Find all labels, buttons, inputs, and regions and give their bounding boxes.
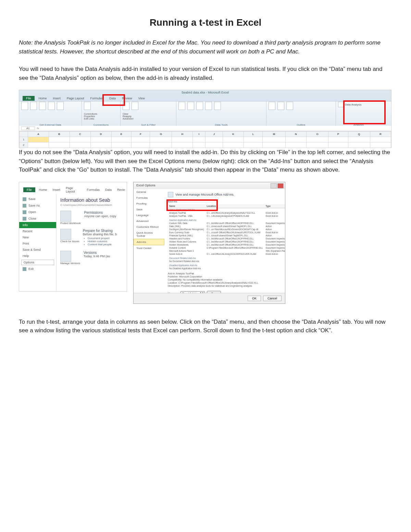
tab-pagelayout[interactable]: Page Layout bbox=[65, 96, 86, 101]
disabled-addins-header: Disabled Application Add-ins bbox=[168, 263, 285, 267]
ok-button[interactable]: OK bbox=[248, 296, 261, 301]
options-category[interactable]: Formulas bbox=[134, 195, 164, 201]
properties-label[interactable]: Properties bbox=[84, 115, 118, 117]
bs-savesend[interactable]: Save & Send bbox=[19, 247, 56, 253]
manage-versions-button[interactable]: Manage Versions bbox=[60, 262, 80, 265]
bs-open[interactable]: Open bbox=[19, 209, 56, 215]
whatif-icon[interactable] bbox=[214, 102, 221, 110]
from-other-icon[interactable] bbox=[48, 102, 55, 110]
options-category[interactable]: Proofing bbox=[134, 201, 164, 207]
remove-duplicates-icon[interactable] bbox=[187, 102, 194, 110]
window-close-icon[interactable] bbox=[277, 183, 284, 188]
options-category[interactable]: Language bbox=[134, 212, 164, 218]
addin-row[interactable]: Hidden WorksheetsC:\...les\Microsoft Off… bbox=[168, 243, 285, 246]
options-category[interactable]: Advanced bbox=[134, 218, 164, 224]
options-category[interactable]: Quick Access Toolbar bbox=[134, 230, 164, 239]
bs-help[interactable]: Help bbox=[19, 253, 56, 259]
bs-close[interactable]: Close bbox=[19, 215, 56, 222]
data-validation-icon[interactable] bbox=[196, 102, 203, 110]
bs-new[interactable]: New bbox=[19, 234, 56, 240]
window-help-icon[interactable] bbox=[271, 183, 277, 188]
prepare-list: Document propertHidden columnsContent th… bbox=[83, 237, 117, 246]
doc-addins-header: Document Related Add-ins bbox=[168, 256, 285, 260]
addin-row[interactable]: Date (XML)C:\...s\microsoft shared\Smart… bbox=[168, 225, 285, 228]
highlight-analysis-toolpak bbox=[166, 199, 218, 211]
intro-note: Note: the Analysis TookPak is no longer … bbox=[19, 38, 392, 56]
from-text-icon[interactable] bbox=[39, 102, 46, 110]
manage-versions-icon[interactable] bbox=[60, 251, 71, 262]
cancel-button[interactable]: Cancel bbox=[263, 296, 282, 301]
addin-row[interactable]: Analysis ToolPak - VBAC:\...14\Library\A… bbox=[168, 214, 285, 218]
options-category[interactable]: General bbox=[134, 189, 164, 195]
close-icon bbox=[23, 217, 26, 221]
bs-tab-formulas[interactable]: Formulas bbox=[85, 187, 101, 192]
clear-label[interactable]: Clear bbox=[123, 113, 174, 115]
options-category[interactable]: Trust Center bbox=[134, 245, 164, 251]
edit-links-label[interactable]: Edit Links bbox=[84, 117, 118, 120]
options-category[interactable]: Save bbox=[134, 207, 164, 212]
addin-row[interactable]: Invisible ContentC:\Program Files\Micros… bbox=[168, 246, 285, 249]
filter-icon[interactable] bbox=[132, 102, 138, 110]
addin-row[interactable]: DocMgmt (WorfServer Recognizer)C:\...on … bbox=[168, 228, 285, 231]
subtotal-icon[interactable] bbox=[286, 102, 293, 110]
reapply-label[interactable]: Reapply bbox=[123, 115, 174, 117]
addin-row[interactable]: Microsoft Actions Pane 3XML Expansion Pa… bbox=[168, 249, 285, 252]
permissions-title: Permissions bbox=[84, 211, 116, 214]
window-title: Seabird data.xlsx - Microsoft Excel bbox=[182, 91, 229, 94]
bs-tab-home[interactable]: Home bbox=[37, 187, 49, 192]
addin-row[interactable]: Analysis ToolPakC:\...ce\Office14\Librar… bbox=[168, 211, 285, 214]
addin-row[interactable]: Euro Currency ToolsC:\...crosoft Office\… bbox=[168, 231, 285, 234]
permissions-text: Anyone can open, copy bbox=[84, 214, 116, 218]
refresh-all-icon[interactable] bbox=[84, 102, 91, 110]
figure-file-backstage: File Home Insert Page Layout Formulas Da… bbox=[19, 182, 127, 292]
bs-info[interactable]: Info bbox=[19, 222, 56, 228]
bs-tab-data[interactable]: Data bbox=[103, 187, 113, 192]
protect-workbook-button[interactable]: Protect Workbook bbox=[60, 222, 80, 225]
addins-header: View and manage Microsoft Office Add-ins… bbox=[175, 193, 234, 196]
addin-row[interactable]: Hidden Rows and ColumnsC:\...les\Microso… bbox=[168, 240, 285, 243]
bs-recent[interactable]: Recent bbox=[19, 228, 56, 234]
addin-row[interactable]: Solver Add-inC:\...ice\Office14\Library\… bbox=[168, 252, 285, 256]
versions-text: Today, 9:46 PM (au bbox=[84, 255, 110, 258]
group-icon[interactable] bbox=[269, 102, 275, 110]
col-type: Type bbox=[264, 204, 285, 208]
bs-save[interactable]: Save bbox=[19, 196, 56, 202]
advanced-label[interactable]: Advanced bbox=[123, 117, 174, 120]
protect-workbook-icon[interactable] bbox=[60, 211, 71, 222]
worksheet-grid[interactable]: A1 fx ABCDEFGHIJKLMNOPQR 1234 bbox=[19, 126, 391, 148]
bs-exit[interactable]: Exit bbox=[19, 266, 56, 272]
bs-tab-review[interactable]: Revie bbox=[115, 187, 127, 192]
consolidate-icon[interactable] bbox=[205, 102, 212, 110]
tab-insert[interactable]: Insert bbox=[51, 96, 63, 101]
highlight-data-tab bbox=[102, 94, 125, 106]
connections-label[interactable]: Connections bbox=[84, 113, 118, 115]
tab-home[interactable]: Home bbox=[37, 96, 49, 101]
from-access-icon[interactable] bbox=[21, 102, 28, 110]
check-issues-icon[interactable] bbox=[60, 229, 71, 240]
data-analysis-icon[interactable] bbox=[338, 102, 344, 107]
bs-saveas[interactable]: Save As bbox=[19, 202, 56, 209]
addin-row[interactable]: Headers and FootersC:\...les\Microsoft O… bbox=[168, 237, 285, 240]
text-to-columns-icon[interactable] bbox=[178, 102, 185, 110]
options-category[interactable]: Customize Ribbon bbox=[134, 224, 164, 230]
bs-tab-file[interactable]: File bbox=[23, 187, 35, 192]
bs-options[interactable]: Options bbox=[21, 260, 54, 265]
paragraph-2: If you do not see the “Data Analysis” op… bbox=[19, 148, 392, 174]
bs-print[interactable]: Print bbox=[19, 240, 56, 247]
bs-tab-pagelayout[interactable]: Page Layout bbox=[64, 186, 83, 194]
versions-title: Versions bbox=[84, 251, 110, 255]
check-issues-button[interactable]: Check for Issues bbox=[60, 240, 79, 243]
options-category[interactable]: Add-Ins bbox=[134, 239, 164, 245]
addin-row[interactable]: Financial Symbol (XML)C:\...icrosoft sha… bbox=[168, 234, 285, 237]
from-web-icon[interactable] bbox=[30, 102, 37, 110]
addin-row[interactable]: Custom XML DataC:\...les\Microsoft Offic… bbox=[168, 222, 285, 225]
tab-view[interactable]: View bbox=[136, 96, 147, 101]
ungroup-icon[interactable] bbox=[277, 102, 284, 110]
name-box[interactable]: A1 bbox=[21, 126, 35, 130]
tab-file[interactable]: File bbox=[23, 96, 35, 101]
paragraph-3: To run the t-test, arrange your data in … bbox=[19, 318, 392, 335]
bs-tab-insert[interactable]: Insert bbox=[51, 187, 62, 192]
exit-icon bbox=[23, 267, 26, 271]
existing-connections-icon[interactable] bbox=[57, 102, 64, 110]
highlight-data-analysis bbox=[343, 100, 386, 124]
